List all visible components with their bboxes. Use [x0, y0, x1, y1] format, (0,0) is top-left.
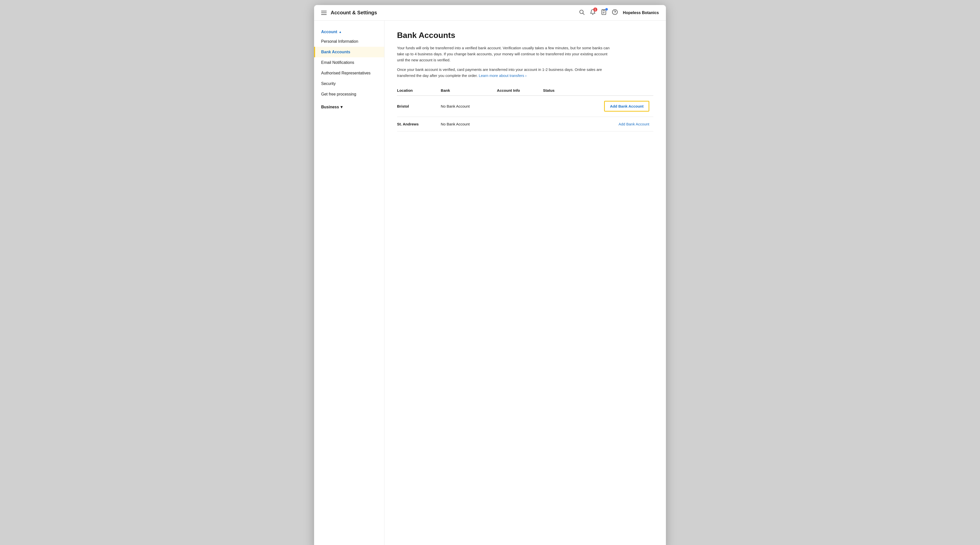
notification-badge: 1 — [593, 8, 597, 11]
bell-icon[interactable]: 1 — [590, 9, 596, 16]
col-actions — [570, 86, 653, 96]
sidebar-item-personal-information[interactable]: Personal Information — [314, 36, 384, 47]
bank-cell: No Bank Account — [441, 117, 497, 131]
search-icon[interactable] — [579, 9, 585, 16]
add-bank-account-button[interactable]: Add Bank Account — [619, 122, 649, 126]
sidebar-item-email-notifications[interactable]: Email Notifications — [314, 57, 384, 68]
learn-more-link[interactable]: Learn more about transfers › — [479, 73, 527, 78]
col-account-info: Account Info — [497, 86, 543, 96]
clipboard-dot-badge — [605, 8, 608, 11]
bank-cell: No Bank Account — [441, 96, 497, 117]
description-2: Once your bank account is verified, card… — [397, 67, 613, 79]
table-header-row: Location Bank Account Info Status — [397, 86, 653, 96]
table-row: BristolNo Bank AccountAdd Bank Account — [397, 96, 653, 117]
svg-line-1 — [583, 13, 584, 15]
account-info-cell — [497, 96, 543, 117]
business-section-label[interactable]: Business ▾ — [314, 102, 384, 112]
table-row: St. AndrewsNo Bank AccountAdd Bank Accou… — [397, 117, 653, 131]
account-section-label[interactable]: Account ▲ — [314, 28, 384, 36]
clipboard-icon[interactable] — [601, 9, 607, 16]
status-cell — [543, 117, 570, 131]
location-cell: St. Andrews — [397, 117, 441, 131]
hamburger-icon[interactable] — [321, 11, 327, 15]
account-info-cell — [497, 117, 543, 131]
app-container: Account & Settings 1 — [314, 5, 666, 545]
accounts-table: Location Bank Account Info Status Bristo… — [397, 86, 653, 131]
business-chevron: ▾ — [340, 105, 342, 109]
main-content: Bank Accounts Your funds will only be tr… — [385, 21, 666, 545]
sidebar-item-bank-accounts[interactable]: Bank Accounts — [314, 47, 384, 57]
sidebar-item-get-free-processing[interactable]: Get free processing — [314, 89, 384, 100]
layout: Account ▲ Personal Information Bank Acco… — [314, 21, 666, 545]
page-title: Bank Accounts — [397, 31, 653, 40]
action-cell: Add Bank Account — [570, 96, 653, 117]
header-left: Account & Settings — [321, 10, 377, 16]
header: Account & Settings 1 — [314, 5, 666, 21]
col-bank: Bank — [441, 86, 497, 96]
header-company: Hopeless Botanics — [623, 11, 659, 15]
sidebar-item-authorised-representatives[interactable]: Authorised Representatives — [314, 68, 384, 78]
sidebar: Account ▲ Personal Information Bank Acco… — [314, 21, 385, 545]
action-cell: Add Bank Account — [570, 117, 653, 131]
col-location: Location — [397, 86, 441, 96]
location-cell: Bristol — [397, 96, 441, 117]
account-chevron: ▲ — [339, 30, 342, 34]
sidebar-item-security[interactable]: Security — [314, 78, 384, 89]
header-title: Account & Settings — [331, 10, 377, 16]
header-right: 1 Hopeless Botanics — [579, 9, 659, 16]
status-cell — [543, 96, 570, 117]
description-1: Your funds will only be transferred into… — [397, 45, 613, 63]
help-icon[interactable] — [612, 9, 618, 16]
add-bank-account-button[interactable]: Add Bank Account — [604, 101, 649, 112]
col-status: Status — [543, 86, 570, 96]
